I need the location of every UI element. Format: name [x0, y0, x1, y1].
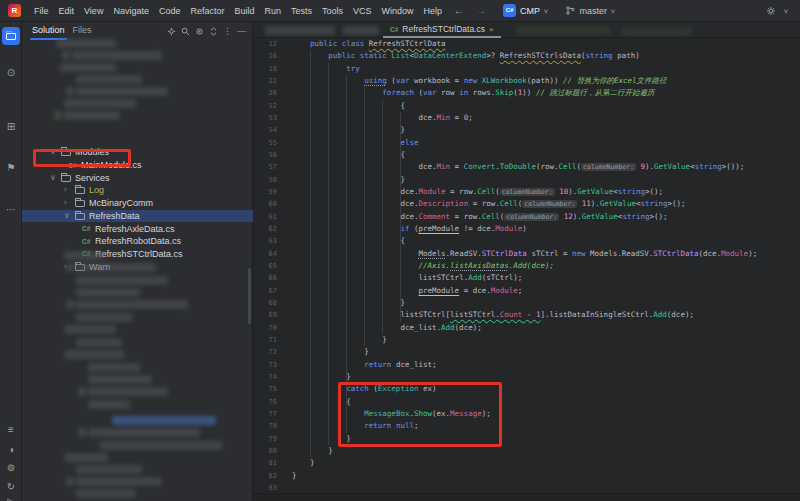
sidebar-item-refreshaxledata-cs[interactable]: C#RefreshAxleData.cs	[22, 222, 253, 235]
line-number: 53	[253, 112, 277, 124]
code-line-70: 70dce_list.Add(dce);	[253, 322, 800, 334]
line-number: 67	[253, 285, 277, 297]
menu-edit[interactable]: Edit	[54, 4, 80, 18]
bookmarks-icon[interactable]: ⚑	[2, 158, 20, 176]
sidebar-item-log[interactable]: ›Log	[22, 184, 253, 197]
redacted-tree-row	[60, 63, 116, 72]
menu-navigate[interactable]: Navigate	[108, 4, 154, 18]
gear-icon[interactable]	[167, 27, 176, 36]
tool-window-rail: ⊙⊞⚑⋯≡◑⊚↻▷	[0, 22, 22, 501]
csharp-file-icon: C#	[68, 162, 76, 169]
code-text: dce.Comment = row.Cell(columnNumber: 12)…	[400, 211, 667, 223]
code-line-74: 74}	[253, 371, 800, 383]
code-line-65: 65//Axis.listAxisDatas.Add(dce);	[253, 260, 800, 272]
csharp-file-icon: C#	[390, 26, 398, 33]
close-icon[interactable]: ×	[489, 25, 494, 34]
redacted-tree-row	[76, 477, 162, 486]
line-number: 80	[253, 445, 277, 457]
tree-item-label: RefreshSTCtrlData.cs	[95, 249, 183, 259]
branch-selector[interactable]: master ∨	[566, 6, 615, 16]
code-text: }	[382, 334, 387, 346]
menu-bar: FileEditViewNavigateCodeRefactorBuildRun…	[29, 4, 447, 18]
line-number: 60	[253, 198, 277, 210]
kebab-icon[interactable]: ⋮	[223, 26, 232, 36]
menu-vcs[interactable]: VCS	[348, 4, 377, 18]
redacted-tree-row	[88, 387, 168, 396]
menu-run[interactable]: Run	[259, 4, 286, 18]
chevron-down-icon[interactable]: ∨	[64, 210, 70, 222]
editor-tab-refreshstctrldata[interactable]: C# RefreshSTCtrlData.cs ×	[383, 22, 501, 38]
menu-tools[interactable]: Tools	[317, 4, 348, 18]
redacted-tree-row	[76, 75, 142, 84]
tree-scrollbar[interactable]	[248, 268, 251, 324]
project-selector[interactable]: C# CMP ∨	[499, 3, 552, 18]
back-button[interactable]: ←	[449, 5, 469, 16]
code-line-53: 53dce.Min = 0;	[253, 112, 800, 124]
menu-refactor[interactable]: Refactor	[185, 4, 229, 18]
line-number: 78	[253, 420, 277, 432]
code-text: dce.Min = Convert.ToDouble(row.Cell(colu…	[419, 161, 745, 173]
code-line-12: 12public class RefreshSTCtrlData	[253, 38, 800, 50]
folder-icon	[61, 175, 71, 182]
line-number: 56	[253, 149, 277, 161]
chevron-down-icon: ∨	[610, 7, 616, 14]
redacted-tree-row	[88, 363, 140, 372]
code-text: {	[400, 100, 405, 112]
code-text: }	[400, 297, 405, 309]
updown-icon[interactable]	[209, 27, 218, 36]
more-icon[interactable]: ⋯	[2, 200, 20, 218]
code-line-81: 81}	[253, 457, 800, 469]
sidebar-item-mainmodule-cs[interactable]: C#MainModule.cs	[22, 159, 253, 172]
code-text: MessageBox.Show(ex.Message);	[364, 408, 490, 420]
sidebar-item-modules[interactable]: ∨Modules	[22, 146, 253, 159]
code-text: dce.Min = 0;	[419, 112, 473, 124]
line-number: 72	[253, 346, 277, 358]
services-icon[interactable]: ⊚	[2, 458, 20, 476]
explorer-tab-files[interactable]: Files	[69, 22, 96, 40]
code-editor[interactable]: 12public class RefreshSTCtrlData16public…	[253, 38, 800, 493]
titlebar: R FileEditViewNavigateCodeRefactorBuildR…	[0, 0, 800, 22]
chevron-down-icon[interactable]: ∨	[50, 172, 56, 184]
code-line-67: 67preModule = dce.Module;	[253, 285, 800, 297]
chevron-down-icon: ∨	[543, 7, 549, 14]
sidebar-item-refreshstctrldata-cs[interactable]: C#RefreshSTCtrlData.cs	[22, 248, 253, 261]
sidebar-item-services[interactable]: ∨Services	[22, 171, 253, 184]
code-text: try	[346, 63, 360, 75]
sidebar-item-mcbinarycomm[interactable]: ›McBinaryComm	[22, 197, 253, 210]
menu-view[interactable]: View	[79, 4, 108, 18]
code-text: listSTCtrl[listSTCtrl.Count - 1].listDat…	[400, 309, 694, 321]
chevron-down-icon[interactable]: ∨	[783, 7, 789, 14]
editor-area: C# RefreshSTCtrlData.cs × 12public class…	[253, 22, 800, 501]
menu-help[interactable]: Help	[419, 4, 448, 18]
sidebar-item-refreshdata[interactable]: ∨RefreshData	[22, 210, 253, 223]
minus-icon[interactable]: —	[237, 26, 246, 36]
chevron-right-icon[interactable]: ›	[64, 197, 67, 209]
code-text: }	[400, 124, 405, 136]
line-number: 62	[253, 223, 277, 235]
search-icon[interactable]	[181, 27, 190, 36]
code-line-73: 73return dce_list;	[253, 359, 800, 371]
run-icon[interactable]: ▷	[2, 492, 20, 501]
settings-icon[interactable]	[766, 6, 776, 16]
folder-icon[interactable]	[2, 27, 20, 45]
menu-code[interactable]: Code	[154, 4, 186, 18]
explorer-tab-solution[interactable]: Solution	[28, 22, 69, 40]
redacted-tree-row	[100, 441, 222, 450]
line-number: 16	[253, 50, 277, 62]
menu-file[interactable]: File	[29, 4, 54, 18]
code-text: catch (Exception ex)	[346, 383, 436, 395]
line-number: 61	[253, 211, 277, 223]
menu-tests[interactable]: Tests	[286, 4, 317, 18]
commit-icon[interactable]: ⊙	[2, 63, 20, 81]
sidebar-item-refreshrobotdata-cs[interactable]: C#RefreshRobotData.cs	[22, 235, 253, 248]
menu-icon[interactable]: ≡	[2, 420, 20, 438]
chevron-right-icon[interactable]: ›	[64, 184, 67, 196]
redacted-tree-row	[76, 288, 140, 297]
chevron-down-icon[interactable]: ∨	[50, 146, 56, 158]
forward-button[interactable]: →	[471, 5, 491, 16]
menu-window[interactable]: Window	[377, 4, 419, 18]
menu-build[interactable]: Build	[229, 4, 259, 18]
structure-icon[interactable]: ⊞	[2, 117, 20, 135]
vcs-icon[interactable]: ◑	[2, 440, 20, 458]
locate-icon[interactable]	[195, 27, 204, 36]
